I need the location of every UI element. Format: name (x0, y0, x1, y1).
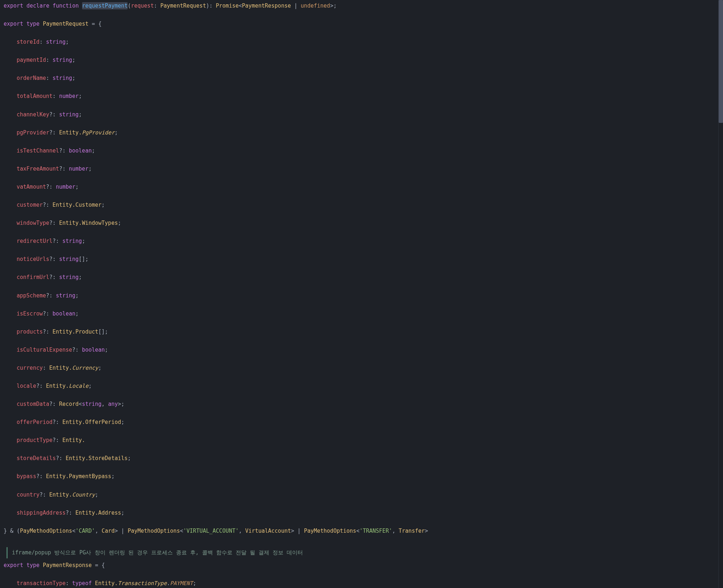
field-offerPeriod: offerPeriod?: Entity.OfferPeriod; (4, 418, 715, 427)
field-isEscrow: isEscrow?: boolean; (4, 309, 715, 318)
field-totalAmount: totalAmount: number; (4, 92, 715, 101)
field-orderName: orderName: string; (4, 74, 715, 83)
field-confirmUrl: confirmUrl?: string; (4, 273, 715, 282)
field-noticeUrls: noticeUrls?: string[]; (4, 255, 715, 264)
field-isTestChannel: isTestChannel?: boolean; (4, 146, 715, 155)
field-taxFreeAmount: taxFreeAmount?: number; (4, 164, 715, 173)
field-products: products?: Entity.Product[]; (4, 327, 715, 336)
field-customer: customer?: Entity.Customer; (4, 201, 715, 210)
field-isCulturalExpense: isCulturalExpense?: boolean; (4, 345, 715, 355)
field-currency: currency: Entity.Currency; (4, 364, 715, 373)
type-declaration-request: export type PaymentRequest = { (4, 20, 715, 29)
field-channelKey: channelKey?: string; (4, 110, 715, 119)
type-declaration-response: export type PaymentResponse = { (4, 561, 715, 570)
field-shippingAddress: shippingAddress?: Entity.Address; (4, 508, 715, 518)
field-country: country?: Entity.Country; (4, 490, 715, 499)
field-windowType: windowType?: Entity.WindowTypes; (4, 219, 715, 228)
field-customData: customData?: Record<string, any>; (4, 400, 715, 409)
code-area[interactable]: export declare function requestPayment(r… (0, 0, 718, 588)
scrollbar-vertical[interactable] (718, 0, 723, 588)
code-editor: export declare function requestPayment(r… (0, 0, 723, 588)
field-storeId: storeId: string; (4, 38, 715, 47)
field-redirectUrl: redirectUrl?: string; (4, 237, 715, 246)
field-pgProvider: pgProvider?: Entity.PgProvider; (4, 128, 715, 137)
field-storeDetails: storeDetails?: Entity.StoreDetails; (4, 454, 715, 463)
function-signature: export declare function requestPayment(r… (4, 1, 715, 10)
type-intersection: } & (PayMethodOptions<'CARD', Card> | Pa… (4, 527, 715, 536)
scroll-thumb[interactable] (719, 0, 723, 123)
doc-comment: iframe/popup 방식으로 PG사 창이 렌더링 된 경우 프로세스 종… (7, 547, 715, 558)
field-transactionType: transactionType: typeof Entity.Transacti… (4, 579, 715, 588)
field-vatAmount: vatAmount?: number; (4, 183, 715, 192)
field-locale: locale?: Entity.Locale; (4, 382, 715, 391)
field-productType: productType?: Entity. (4, 436, 715, 445)
function-name[interactable]: requestPayment (82, 2, 128, 9)
field-paymentId: paymentId: string; (4, 56, 715, 65)
field-appScheme: appScheme?: string; (4, 291, 715, 300)
field-bypass: bypass?: Entity.PaymentBypass; (4, 472, 715, 481)
